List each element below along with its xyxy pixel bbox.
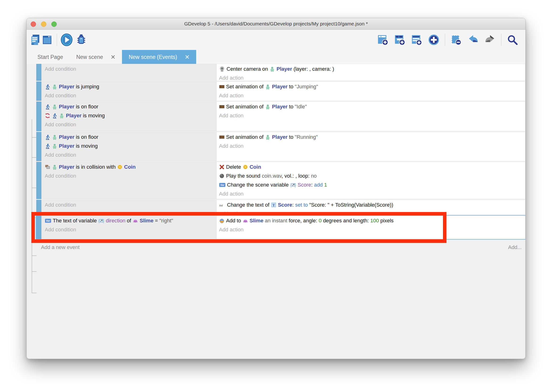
action-line[interactable]: Play the sound coin.wav, vol.: , loop: n… bbox=[219, 171, 525, 181]
events-sheet: Add conditionCenter camera on Player (la… bbox=[36, 64, 525, 250]
condition-line[interactable]: Player is moving bbox=[45, 111, 216, 120]
add-circle-button[interactable] bbox=[428, 34, 440, 46]
close-window-button[interactable] bbox=[31, 21, 36, 27]
event-bar bbox=[36, 64, 41, 81]
redo-button[interactable] bbox=[484, 34, 496, 46]
actions-cell: Set animation of Player to "Idle"Add act… bbox=[217, 102, 525, 131]
condition-line[interactable]: Player is jumping bbox=[45, 82, 216, 91]
add-action-button[interactable]: Add action bbox=[219, 111, 525, 120]
condition-text: Player bbox=[59, 143, 74, 149]
action-text: Change the scene variable bbox=[227, 182, 290, 188]
condition-text: = bbox=[153, 218, 159, 224]
scene-editor-button[interactable] bbox=[42, 34, 52, 45]
event-row[interactable]: Add conditiontxtChange the text of TScor… bbox=[36, 200, 525, 215]
action-text: pixels bbox=[379, 218, 393, 224]
condition-text: Player bbox=[66, 113, 82, 119]
event-row[interactable]: Player is jumpingAdd conditionSet animat… bbox=[36, 82, 525, 101]
project-manager-button[interactable] bbox=[30, 34, 40, 45]
add-action-button[interactable]: Add action bbox=[219, 225, 525, 234]
toolbar-separator bbox=[501, 34, 501, 46]
condition-line[interactable]: Player is on floor bbox=[45, 102, 216, 111]
condition-text: Add condition bbox=[45, 66, 76, 72]
action-text: Score bbox=[298, 182, 311, 188]
add-condition-button[interactable]: Add condition bbox=[45, 91, 216, 100]
action-line[interactable]: Add to Slime an instant force, angle: 0 … bbox=[219, 216, 525, 225]
close-tab-icon[interactable]: ✕ bbox=[110, 54, 115, 61]
play-button[interactable] bbox=[60, 33, 74, 47]
add-subevent-button[interactable] bbox=[394, 34, 406, 46]
action-line[interactable]: Center camera on Player (layer: , camera… bbox=[219, 64, 525, 73]
action-line[interactable]: txtChange the text of TScore: set to "Sc… bbox=[219, 201, 525, 210]
condition-line[interactable]: Player is moving bbox=[45, 142, 216, 151]
add-event-button[interactable] bbox=[377, 34, 389, 46]
collision-icon bbox=[45, 162, 50, 171]
invert-icon bbox=[45, 111, 50, 120]
action-line[interactable]: Set animation of Player to "Jumping" bbox=[219, 82, 525, 91]
add-condition-button[interactable]: Add condition bbox=[45, 225, 216, 234]
delete-event-button[interactable] bbox=[450, 34, 462, 46]
event-bar bbox=[36, 132, 41, 161]
event-row[interactable]: Player is on floorPlayer is movingAdd co… bbox=[36, 102, 525, 131]
action-line[interactable]: VarChange the scene variable {}Score: ad… bbox=[219, 181, 525, 189]
conditions-cell: Player is in collision with CoinAdd cond… bbox=[42, 162, 217, 199]
condition-text: of bbox=[125, 218, 133, 224]
add-condition-button[interactable]: Add condition bbox=[45, 64, 216, 73]
add-condition-button[interactable]: Add condition bbox=[45, 201, 216, 210]
debug-button[interactable] bbox=[75, 34, 87, 46]
add-action-button[interactable]: Add action bbox=[219, 91, 525, 100]
add-condition-button[interactable]: Add condition bbox=[45, 171, 216, 181]
event-rows: Add conditionCenter camera on Player (la… bbox=[36, 64, 525, 239]
txt-icon: txt bbox=[219, 201, 226, 210]
event-row[interactable]: Player is on floorPlayer is movingAdd co… bbox=[36, 132, 525, 161]
conditions-cell: Add condition bbox=[42, 64, 217, 81]
action-text: Set animation of bbox=[226, 104, 265, 110]
add-action-button[interactable]: Add action bbox=[219, 142, 525, 151]
action-line[interactable]: Set animation of Player to "Idle" bbox=[219, 102, 525, 111]
action-line[interactable]: Set animation of Player to "Running" bbox=[219, 133, 525, 142]
event-row[interactable]: Add conditionCenter camera on Player (la… bbox=[36, 64, 525, 81]
condition-text: "right" bbox=[159, 218, 173, 224]
action-text: add bbox=[314, 182, 323, 188]
undo-button[interactable] bbox=[467, 34, 479, 46]
zoom-window-button[interactable] bbox=[51, 21, 57, 27]
var-icon: Var bbox=[219, 181, 226, 189]
condition-text: Add condition bbox=[45, 93, 76, 98]
platformer-icon bbox=[45, 102, 50, 111]
add-more-button[interactable]: Add... bbox=[508, 244, 522, 250]
add-new-event-button[interactable]: Add a new event bbox=[41, 244, 80, 250]
event-row[interactable]: Player is in collision with CoinAdd cond… bbox=[36, 162, 525, 199]
delete-icon bbox=[219, 162, 225, 171]
tab-start-page[interactable]: Start Page bbox=[31, 50, 70, 64]
tab-new-scene[interactable]: New scene ✕ bbox=[70, 50, 122, 64]
action-text: to bbox=[288, 104, 295, 110]
action-text: an instant bbox=[265, 218, 287, 224]
title-bar: GDevelop 5 - /Users/david/Documents/GDev… bbox=[27, 18, 525, 30]
action-text: Player bbox=[272, 84, 288, 90]
conditions-cell: VarThe text of variable {}direction of S… bbox=[42, 216, 217, 239]
add-action-button[interactable]: Add action bbox=[219, 189, 525, 198]
condition-line[interactable]: Player is on floor bbox=[45, 133, 216, 142]
condition-text: is on floor bbox=[74, 134, 98, 140]
condition-line[interactable]: VarThe text of variable {}direction of S… bbox=[45, 216, 216, 225]
action-text: Slime bbox=[250, 218, 263, 224]
add-condition-button[interactable]: Add condition bbox=[45, 120, 216, 129]
event-bar bbox=[36, 82, 41, 101]
action-line[interactable]: Delete Coin bbox=[219, 162, 525, 171]
condition-text: Add condition bbox=[45, 202, 76, 208]
condition-line[interactable]: Player is in collision with Coin bbox=[45, 162, 216, 171]
add-action-button[interactable]: Add action bbox=[219, 210, 525, 215]
minimize-window-button[interactable] bbox=[41, 21, 46, 27]
add-comment-button[interactable] bbox=[411, 34, 423, 46]
close-tab-icon[interactable]: ✕ bbox=[185, 54, 190, 61]
tab-new-scene-events[interactable]: New scene (Events) ✕ bbox=[122, 50, 196, 64]
toolbar-separator bbox=[445, 34, 445, 46]
add-action-button[interactable]: Add action bbox=[219, 73, 525, 81]
search-button[interactable] bbox=[507, 34, 518, 46]
action-text: force, angle: bbox=[287, 218, 319, 224]
svg-text:{: { bbox=[98, 219, 100, 223]
action-text: "Score: " + ToString(Variable(Score)) bbox=[308, 202, 393, 208]
event-row[interactable]: VarThe text of variable {}direction of S… bbox=[36, 216, 525, 239]
add-condition-button[interactable]: Add condition bbox=[45, 151, 216, 160]
tab-label: New scene (Events) bbox=[129, 54, 177, 60]
animation-icon bbox=[219, 133, 225, 142]
